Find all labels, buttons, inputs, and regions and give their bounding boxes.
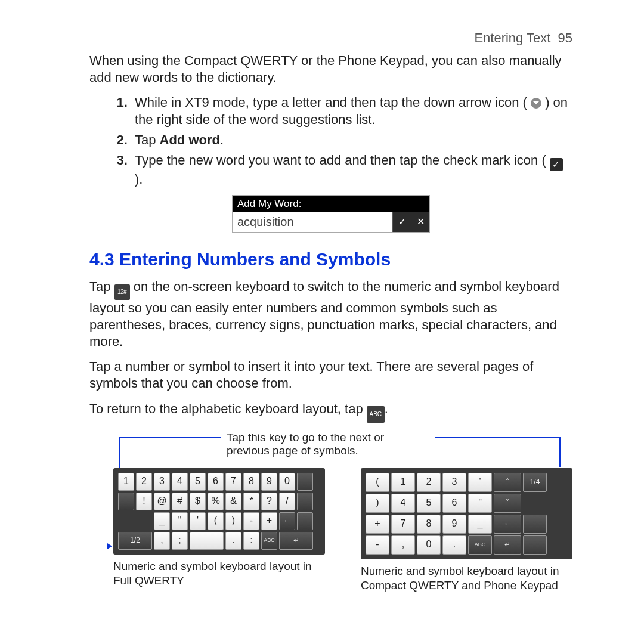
check-icon: ✓ [550, 158, 563, 171]
key[interactable]: ' [468, 473, 492, 492]
key[interactable]: 6 [208, 473, 224, 491]
key[interactable]: _ [154, 512, 170, 530]
key[interactable]: 8 [243, 473, 259, 491]
key[interactable]: % [208, 493, 224, 510]
key[interactable]: 7 [391, 515, 415, 534]
key[interactable]: - [243, 512, 259, 530]
cancel-button[interactable]: ✕ [411, 212, 429, 233]
key[interactable]: , [154, 532, 170, 550]
key[interactable]: . [225, 532, 242, 550]
key[interactable]: ; [172, 532, 188, 550]
key[interactable] [523, 535, 547, 555]
key[interactable]: - [366, 535, 389, 555]
steps-list: While in XT9 mode, type a letter and the… [89, 94, 572, 188]
key[interactable]: 6 [442, 494, 466, 513]
key[interactable]: @ [154, 493, 170, 510]
key[interactable]: * [243, 493, 259, 510]
key[interactable]: , [391, 535, 415, 555]
key[interactable]: ← [494, 515, 521, 534]
intro-paragraph: When using the Compact QWERTY or the Pho… [89, 52, 572, 86]
key[interactable]: ABC [468, 535, 492, 555]
key[interactable]: ! [136, 493, 152, 510]
key[interactable]: 4 [172, 473, 188, 491]
key[interactable]: ↵ [279, 532, 313, 550]
key[interactable]: 2 [417, 473, 441, 492]
step-3: Type the new word you want to add and th… [131, 152, 572, 188]
key[interactable]: . [442, 535, 466, 555]
key[interactable]: 3 [442, 473, 466, 492]
page-header: Entering Text 95 [89, 30, 572, 47]
key[interactable]: 5 [417, 494, 441, 513]
key[interactable] [190, 532, 224, 550]
key[interactable]: : [243, 532, 259, 550]
key[interactable]: 1 [118, 473, 134, 491]
add-word-widget: Add My Word: acquisition ✓ ✕ [232, 195, 430, 233]
key[interactable]: ) [366, 494, 389, 513]
keyboard-compact: (123'˄1/4)456"˅+789_←-,0.ABC↵ [361, 468, 572, 559]
key[interactable]: 7 [225, 473, 242, 491]
key[interactable] [523, 515, 547, 534]
key[interactable]: ( [208, 512, 224, 530]
step-2: Tap Add word. [131, 132, 572, 148]
caption-compact: Numeric and symbol keyboard layout in Co… [361, 564, 572, 593]
key[interactable]: 0 [417, 535, 441, 555]
key[interactable]: / [279, 493, 295, 510]
callout: Tap this key to go to the next or previo… [119, 431, 561, 468]
page-number: 95 [558, 30, 572, 45]
key[interactable]: ↵ [494, 535, 521, 555]
key[interactable]: 2 [136, 473, 152, 491]
add-word-title: Add My Word: [233, 196, 429, 212]
key[interactable]: 1/2 [118, 532, 152, 550]
key[interactable]: 0 [279, 473, 295, 491]
key[interactable]: ' [190, 512, 206, 530]
key[interactable]: ˅ [494, 494, 521, 513]
key[interactable]: ( [366, 473, 389, 492]
callout-text: Tap this key to go to the next or previo… [227, 431, 429, 459]
key[interactable]: & [225, 493, 242, 510]
key[interactable]: " [172, 512, 188, 530]
caption-full: Numeric and symbol keyboard layout in Fu… [113, 559, 325, 589]
down-arrow-icon [531, 98, 541, 109]
key[interactable]: 8 [417, 515, 441, 534]
key[interactable]: 1 [391, 473, 415, 492]
key[interactable]: # [172, 493, 188, 510]
key[interactable]: 3 [154, 473, 170, 491]
numeric-key-icon: 12# [114, 284, 130, 300]
paragraph-3: To return to the alphabetic keyboard lay… [89, 401, 572, 423]
key[interactable]: ˄ [494, 473, 521, 492]
key[interactable]: _ [468, 515, 492, 534]
key[interactable] [297, 493, 313, 510]
paragraph-2: Tap a number or symbol to insert it into… [89, 358, 572, 392]
key[interactable]: + [261, 512, 277, 530]
key[interactable]: 9 [261, 473, 277, 491]
page-indicator[interactable]: 1/4 [523, 473, 547, 492]
key[interactable] [297, 512, 313, 530]
key[interactable]: ) [225, 512, 242, 530]
abc-key-icon: ABC [367, 406, 385, 423]
key[interactable] [297, 473, 313, 491]
step-1: While in XT9 mode, type a letter and the… [131, 94, 572, 128]
key[interactable]: ABC [261, 532, 277, 550]
key[interactable]: ? [261, 493, 277, 510]
key[interactable]: 9 [442, 515, 466, 534]
section-name: Entering Text [474, 30, 550, 45]
key[interactable]: ← [279, 512, 295, 530]
keyboard-full-qwerty: 1234567890!@#$%&*?/_"'()-+←1/2,; .:ABC↵ [113, 468, 325, 555]
key[interactable]: 4 [391, 494, 415, 513]
key[interactable]: $ [190, 493, 206, 510]
key[interactable]: 5 [190, 473, 206, 491]
add-word-input[interactable]: acquisition [233, 212, 392, 233]
section-heading: 4.3 Entering Numbers and Symbols [89, 248, 572, 271]
paragraph-1: Tap 12# on the on-screen keyboard to swi… [89, 278, 572, 350]
key[interactable]: + [366, 515, 389, 534]
key[interactable]: " [468, 494, 492, 513]
confirm-button[interactable]: ✓ [392, 212, 411, 233]
